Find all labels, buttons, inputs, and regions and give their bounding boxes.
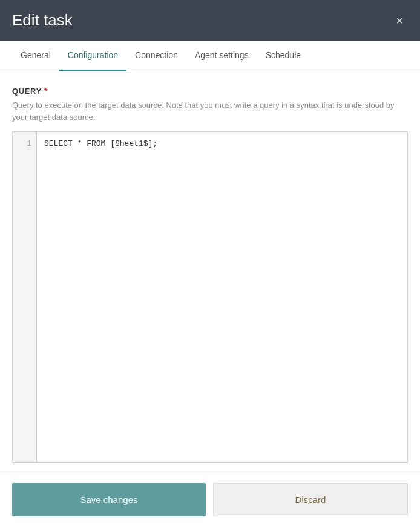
tab-configuration[interactable]: Configuration	[59, 41, 126, 71]
code-editor[interactable]: 1 SELECT * FROM [Sheet1$];	[12, 131, 408, 463]
query-label-text: QUERY	[12, 87, 42, 96]
tab-general[interactable]: General	[12, 41, 59, 71]
query-description: Query to execute on the target data sour…	[12, 99, 408, 123]
line-number-1: 1	[18, 138, 31, 151]
query-label: QUERY *	[12, 86, 408, 96]
dialog-title: Edit task	[12, 11, 73, 30]
dialog-body: QUERY * Query to execute on the target d…	[0, 71, 420, 473]
line-numbers: 1	[13, 132, 37, 462]
edit-task-dialog: Edit task × General Configuration Connec…	[0, 0, 420, 526]
query-input[interactable]: SELECT * FROM [Sheet1$];	[37, 132, 407, 462]
required-indicator: *	[44, 86, 48, 96]
close-button[interactable]: ×	[391, 12, 408, 29]
tabs-bar: General Configuration Connection Agent s…	[0, 41, 420, 71]
save-changes-button[interactable]: Save changes	[12, 483, 206, 516]
tab-connection[interactable]: Connection	[126, 41, 186, 71]
tab-agent-settings[interactable]: Agent settings	[186, 41, 257, 71]
discard-button[interactable]: Discard	[213, 483, 408, 516]
dialog-footer: Save changes Discard	[0, 473, 420, 526]
tab-schedule[interactable]: Schedule	[257, 41, 309, 71]
dialog-header: Edit task ×	[0, 0, 420, 41]
